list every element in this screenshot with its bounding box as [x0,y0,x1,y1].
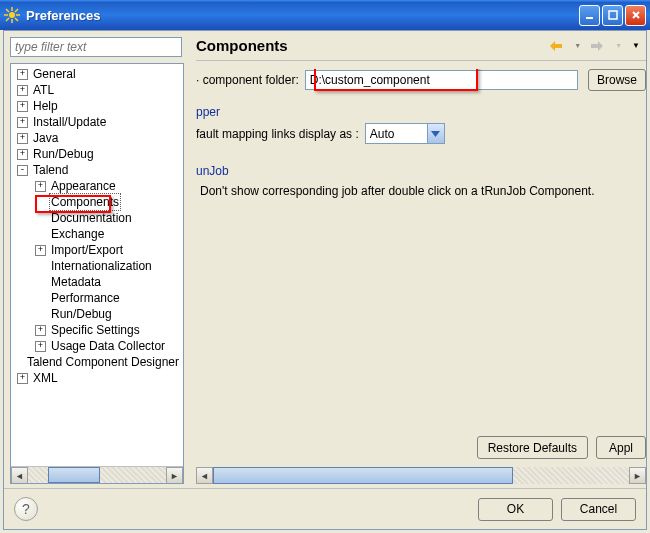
expand-icon[interactable]: + [17,149,28,160]
tree-item[interactable]: +Java [13,130,181,146]
ok-button[interactable]: OK [478,498,553,521]
apply-button[interactable]: Appl [596,436,646,459]
window-title: Preferences [26,8,579,23]
restore-defaults-button[interactable]: Restore Defaults [477,436,588,459]
expand-icon[interactable]: + [17,373,28,384]
tree-item-label[interactable]: Exchange [49,226,106,242]
browse-button[interactable]: Browse [588,69,646,91]
expand-icon[interactable]: + [35,341,46,352]
tree-item[interactable]: +XML [13,370,181,386]
scroll-right-button[interactable]: ► [629,467,646,484]
tree-item-label[interactable]: Install/Update [31,114,108,130]
expand-icon[interactable]: + [17,117,28,128]
expand-icon[interactable]: + [17,101,28,112]
tree-item[interactable]: Exchange [13,226,181,242]
tree-item-label[interactable]: General [31,66,78,82]
tree-item-label[interactable]: Run/Debug [31,146,96,162]
mapping-combo[interactable]: Auto [365,123,445,144]
tree-item[interactable]: +Specific Settings [13,322,181,338]
tree-leaf-spacer [35,213,46,224]
component-folder-input[interactable] [305,70,578,90]
tree-item[interactable]: Components [13,194,181,210]
tree-item[interactable]: Documentation [13,210,181,226]
tree-item-label[interactable]: Usage Data Collector [49,338,167,354]
forward-dropdown-icon: ▼ [615,42,622,49]
forward-icon [591,39,605,53]
scroll-thumb[interactable] [48,467,100,483]
tree-leaf-spacer [35,293,46,304]
tree-item[interactable]: +Appearance [13,178,181,194]
tree-item[interactable]: Run/Debug [13,306,181,322]
title-bar[interactable]: Preferences [0,0,650,30]
tree-item[interactable]: +Run/Debug [13,146,181,162]
tree-item-label[interactable]: Java [31,130,60,146]
collapse-icon[interactable]: - [17,165,28,176]
header-separator [196,60,646,61]
tree-item-label[interactable]: Components [49,193,121,211]
expand-icon[interactable]: + [17,85,28,96]
back-icon[interactable] [550,39,564,53]
tree-item-label[interactable]: Help [31,98,60,114]
tree-item[interactable]: +Usage Data Collector [13,338,181,354]
svg-rect-10 [609,11,617,19]
tree-leaf-spacer [35,229,46,240]
scroll-right-button[interactable]: ► [166,467,183,484]
expand-icon[interactable]: + [35,245,46,256]
close-button[interactable] [625,5,646,26]
tree-item-label[interactable]: Internationalization [49,258,154,274]
tree-item-label[interactable]: ATL [31,82,56,98]
cancel-button[interactable]: Cancel [561,498,636,521]
panel-horizontal-scrollbar[interactable]: ◄ ► [196,467,646,484]
tree-item[interactable]: +ATL [13,82,181,98]
scroll-left-button[interactable]: ◄ [196,467,213,484]
help-icon[interactable]: ? [14,497,38,521]
preferences-tree[interactable]: +General+ATL+Help+Install/Update+Java+Ru… [10,63,184,484]
app-icon [4,7,20,23]
tree-item-label[interactable]: Talend Component Designer [25,354,181,370]
tree-leaf-spacer [35,277,46,288]
tree-item-label[interactable]: Performance [49,290,122,306]
tree-item[interactable]: +Help [13,98,181,114]
expand-icon[interactable]: + [35,181,46,192]
chevron-down-icon[interactable] [427,124,444,143]
scroll-left-button[interactable]: ◄ [11,467,28,484]
tree-item[interactable]: +Install/Update [13,114,181,130]
minimize-button[interactable] [579,5,600,26]
tree-item-label[interactable]: Talend [31,162,70,178]
scroll-thumb[interactable] [213,467,513,484]
settings-panel: Components ▼ ▼ ▼ · component folder: [188,31,646,488]
tree-item-label[interactable]: Metadata [49,274,103,290]
filter-input[interactable] [10,37,182,57]
tree-item[interactable]: Performance [13,290,181,306]
mapping-value: Auto [366,127,427,141]
navigation-panel: +General+ATL+Help+Install/Update+Java+Ru… [4,31,188,488]
tree-item[interactable]: +Import/Export [13,242,181,258]
tree-item-label[interactable]: Appearance [49,178,118,194]
section-pper: pper [196,105,646,119]
back-dropdown-icon[interactable]: ▼ [574,42,581,49]
tree-item[interactable]: Metadata [13,274,181,290]
tree-item[interactable]: -Talend [13,162,181,178]
maximize-button[interactable] [602,5,623,26]
menu-dropdown-icon[interactable]: ▼ [632,41,640,50]
scroll-track[interactable] [28,467,166,483]
expand-icon[interactable]: + [17,133,28,144]
tree-item-label[interactable]: Specific Settings [49,322,142,338]
tree-horizontal-scrollbar[interactable]: ◄ ► [11,466,183,483]
tree-leaf-spacer [35,309,46,320]
scroll-track[interactable] [213,467,629,484]
mapping-label: fault mapping links display as : [196,127,359,141]
expand-icon[interactable]: + [35,325,46,336]
tree-item-label[interactable]: XML [31,370,60,386]
tree-item-label[interactable]: Import/Export [49,242,125,258]
page-title: Components [196,37,550,54]
expand-icon[interactable]: + [17,69,28,80]
client-area: +General+ATL+Help+Install/Update+Java+Ru… [3,30,647,530]
tree-item[interactable]: Talend Component Designer [13,354,181,370]
svg-point-0 [9,12,15,18]
tree-item[interactable]: Internationalization [13,258,181,274]
tree-item-label[interactable]: Run/Debug [49,306,114,322]
tree-leaf-spacer [15,357,22,368]
tree-item-label[interactable]: Documentation [49,210,134,226]
tree-item[interactable]: +General [13,66,181,82]
